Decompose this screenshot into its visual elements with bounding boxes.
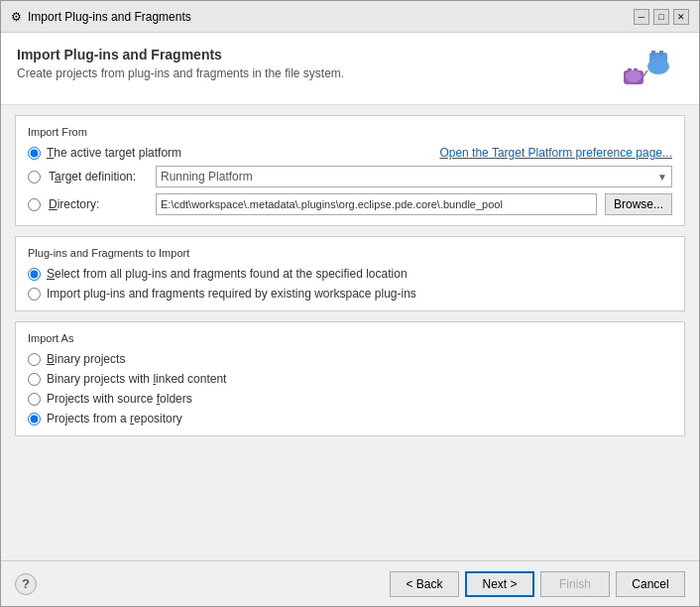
import-as-section: Import As Binary projects Binary project… — [15, 321, 685, 436]
next-button[interactable]: Next > — [465, 571, 534, 597]
directory-radio[interactable] — [28, 198, 41, 211]
close-button[interactable]: ✕ — [673, 9, 689, 25]
title-bar-text: Import Plug-ins and Fragments — [28, 10, 191, 24]
binary-projects-row: Binary projects — [28, 352, 672, 366]
source-folders-radio[interactable] — [28, 393, 41, 406]
dialog-header-text: Import Plug-ins and Fragments Create pro… — [17, 47, 344, 80]
import-from-section: Import From The active target platform O… — [15, 115, 685, 226]
svg-line-8 — [643, 70, 647, 76]
browse-button[interactable]: Browse... — [605, 193, 672, 215]
target-platform-link[interactable]: Open the Target Platform preference page… — [439, 146, 672, 160]
binary-linked-radio[interactable] — [28, 373, 41, 386]
import-dialog: ⚙ Import Plug-ins and Fragments ─ □ ✕ Im… — [0, 0, 700, 607]
dialog-footer: ? < Back Next > Finish Cancel — [1, 560, 699, 606]
required-only-row: Import plug-ins and fragments required b… — [28, 287, 672, 301]
dialog-header-icon — [620, 47, 683, 94]
binary-projects-label[interactable]: Binary projects — [47, 352, 125, 366]
repository-radio[interactable] — [28, 413, 41, 425]
select-all-row: Select from all plug-ins and fragments f… — [28, 267, 672, 281]
required-only-radio[interactable] — [28, 288, 41, 301]
active-target-radio[interactable] — [28, 147, 41, 160]
source-folders-row: Projects with source folders — [28, 392, 672, 406]
dialog-subtitle: Create projects from plug-ins and fragme… — [17, 66, 344, 80]
plugins-fragments-section: Plug-ins and Fragments to Import Select … — [15, 236, 685, 311]
footer-right: < Back Next > Finish Cancel — [390, 571, 685, 597]
back-button[interactable]: < Back — [390, 571, 459, 597]
svg-rect-1 — [651, 51, 655, 56]
directory-row: Directory: E:\cdt\workspace\.metadata\.p… — [28, 193, 672, 215]
svg-rect-2 — [659, 51, 663, 56]
directory-label[interactable]: Directory: — [49, 197, 148, 211]
select-all-label[interactable]: Select from all plug-ins and fragments f… — [47, 267, 408, 281]
binary-linked-row: Binary projects with linked content — [28, 372, 672, 386]
plugins-fragments-title: Plug-ins and Fragments to Import — [28, 247, 672, 259]
source-folders-label[interactable]: Projects with source folders — [47, 392, 192, 406]
footer-left: ? — [15, 573, 37, 595]
help-button[interactable]: ? — [15, 573, 37, 595]
directory-path-field[interactable]: E:\cdt\workspace\.metadata\.plugins\org.… — [156, 193, 597, 215]
active-target-label[interactable]: The active target platform — [47, 146, 181, 160]
binary-linked-label[interactable]: Binary projects with linked content — [47, 372, 226, 386]
dropdown-arrow-icon: ▼ — [657, 172, 667, 182]
cancel-button[interactable]: Cancel — [616, 571, 685, 597]
target-definition-radio[interactable] — [28, 171, 41, 183]
title-bar-left: ⚙ Import Plug-ins and Fragments — [11, 10, 191, 24]
directory-value: E:\cdt\workspace\.metadata\.plugins\org.… — [161, 198, 503, 210]
dialog-title: Import Plug-ins and Fragments — [17, 47, 344, 62]
target-definition-row: Target definition: Running Platform ▼ — [28, 166, 672, 187]
binary-projects-radio[interactable] — [28, 353, 41, 366]
target-definition-label[interactable]: Target definition: — [49, 170, 148, 183]
svg-point-3 — [647, 59, 669, 74]
target-definition-dropdown[interactable]: Running Platform ▼ — [156, 166, 672, 187]
minimize-button[interactable]: ─ — [634, 9, 649, 25]
import-as-title: Import As — [28, 332, 672, 344]
plug-icon — [622, 49, 681, 92]
dialog-title-icon: ⚙ — [11, 10, 22, 24]
repository-label[interactable]: Projects from a repository — [47, 412, 182, 425]
dialog-header: Import Plug-ins and Fragments Create pro… — [1, 33, 699, 105]
active-target-row: The active target platform Open the Targ… — [28, 146, 672, 160]
repository-row: Projects from a repository — [28, 412, 672, 425]
select-all-radio[interactable] — [28, 268, 41, 281]
active-target-label-area: The active target platform — [28, 146, 181, 160]
svg-point-7 — [626, 70, 642, 82]
maximize-button[interactable]: □ — [653, 9, 669, 25]
import-from-title: Import From — [28, 126, 672, 138]
finish-button[interactable]: Finish — [540, 571, 610, 597]
target-definition-value: Running Platform — [161, 170, 253, 183]
dialog-body: Import From The active target platform O… — [1, 105, 699, 560]
title-bar: ⚙ Import Plug-ins and Fragments ─ □ ✕ — [1, 1, 699, 33]
required-only-label[interactable]: Import plug-ins and fragments required b… — [47, 287, 416, 301]
title-bar-controls: ─ □ ✕ — [634, 9, 689, 25]
